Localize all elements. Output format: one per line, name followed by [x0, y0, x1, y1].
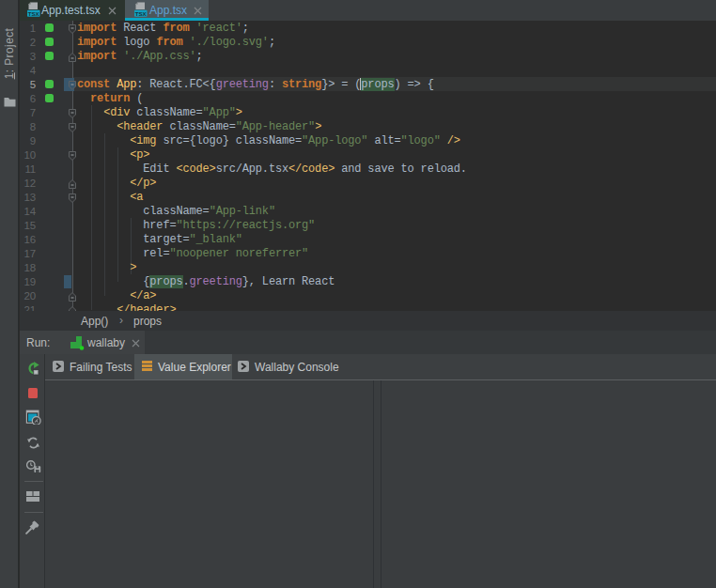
svg-text:TSX: TSX	[135, 10, 148, 17]
svg-text:TSX: TSX	[28, 10, 40, 17]
